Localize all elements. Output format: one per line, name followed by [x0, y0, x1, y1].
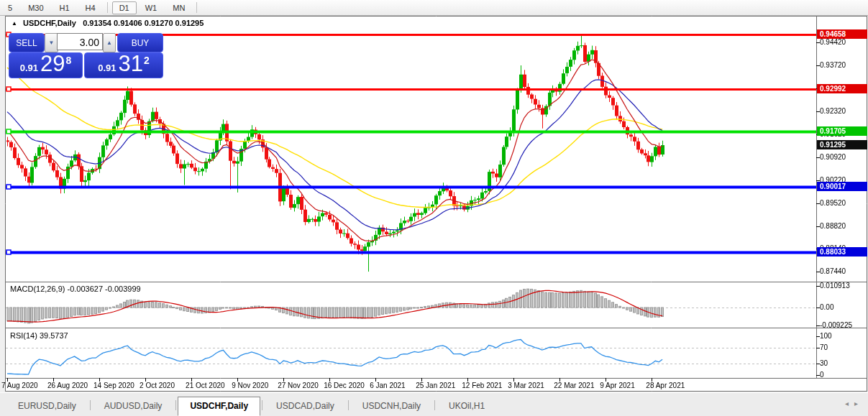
- timeframe-button-M30[interactable]: M30: [21, 1, 50, 14]
- rsi-indicator-label: RSI(14) 39.5737: [10, 331, 68, 340]
- price-axis-tick: 0.88820: [820, 222, 846, 230]
- date-axis-label: 25 Jan 2021: [416, 382, 455, 389]
- date-axis-label: 3 Mar 2021: [508, 382, 544, 389]
- macd-axis-tick: -0.009225: [820, 321, 852, 329]
- date-axis-label: 14 Sep 2020: [93, 382, 134, 389]
- sell-price-big: 29: [40, 53, 65, 75]
- timeframe-button-H4[interactable]: H4: [78, 1, 103, 14]
- trading-platform-window: { "toolbar": {"items": [ {"label":"5","a…: [0, 0, 868, 416]
- volume-input[interactable]: [57, 33, 103, 50]
- timeframe-button-W1[interactable]: W1: [138, 1, 165, 14]
- tab-separator: [348, 400, 349, 410]
- rsi-axis-tick: 70: [820, 343, 828, 351]
- timeframe-button-D1[interactable]: D1: [112, 1, 137, 14]
- date-axis-label: 27 Nov 2020: [278, 382, 319, 389]
- sell-price-sup: 8: [66, 55, 72, 66]
- sell-price-button[interactable]: 0.91 29 8: [9, 52, 83, 78]
- tab-usdchf-daily[interactable]: USDCHF,Daily: [178, 397, 260, 416]
- chart-title-ohlc: 0.91354 0.91406 0.91270 0.91295: [83, 19, 204, 27]
- date-axis-label: 2 Oct 2020: [140, 382, 175, 389]
- tab-separator: [434, 400, 435, 410]
- macd-axis-tick: 0.010913: [820, 282, 850, 290]
- tab-separator: [90, 400, 91, 410]
- date-axis-label: 28 Apr 2021: [646, 382, 685, 389]
- tab-ukoil-h1[interactable]: UKOil,H1: [437, 397, 497, 416]
- rsi-axis-tick: 100: [820, 332, 832, 340]
- macd-axis-tick: 0.00: [820, 303, 833, 311]
- buy-price-prefix: 0.91: [98, 63, 116, 73]
- tab-separator: [262, 400, 262, 410]
- chart-title-symbol: USDCHF,Daily: [23, 19, 76, 27]
- date-axis-label: 26 Aug 2020: [47, 382, 88, 389]
- price-axis-tick: 0.92320: [820, 107, 846, 115]
- date-axis-label: 12 Feb 2021: [462, 382, 502, 389]
- sell-button[interactable]: SELL: [9, 33, 45, 52]
- macd-indicator-label: MACD(12,26,9) -0.003627 -0.003999: [10, 285, 141, 293]
- price-badge-0.88033: 0.88033: [817, 247, 867, 256]
- chart-title: ▲ USDCHF,Daily 0.91354 0.91406 0.91270 0…: [12, 19, 204, 27]
- date-axis-label: 9 Apr 2021: [600, 382, 634, 389]
- tab-usdcad-daily[interactable]: USDCAD,Daily: [264, 397, 347, 416]
- buy-button[interactable]: BUY: [117, 33, 163, 52]
- price-axis-tick: 0.90920: [820, 153, 846, 161]
- buy-price-sup: 2: [144, 55, 150, 66]
- tab-scroll-left-icon[interactable]: ◂: [845, 399, 854, 407]
- chart-tab-bar: EURUSD,DailyAUDUSD,DailyUSDCHF,DailyUSDC…: [0, 392, 868, 416]
- toolbar-separator: [196, 2, 197, 13]
- timeframe-button-H1[interactable]: H1: [52, 1, 77, 14]
- tab-scroll-right-icon[interactable]: ▸: [854, 399, 864, 407]
- collapse-triangle-icon[interactable]: ▲: [12, 20, 17, 27]
- sell-price-prefix: 0.91: [20, 63, 38, 73]
- timeframe-button-5[interactable]: 5: [1, 1, 19, 14]
- buy-price-big: 31: [119, 53, 143, 75]
- tab-audusd-daily[interactable]: AUDUSD,Daily: [92, 397, 175, 416]
- price-axis-tick: 0.93720: [820, 61, 846, 69]
- price-axis-tick: 0.94420: [820, 38, 846, 46]
- timeframe-button-MN[interactable]: MN: [165, 1, 192, 14]
- price-axis-tick: 0.89520: [820, 199, 846, 207]
- price-badge-0.90017: 0.90017: [817, 182, 867, 191]
- date-axis-label: 7 Aug 2020: [1, 382, 38, 389]
- price-badge-0.94658: 0.94658: [817, 29, 867, 39]
- timeframe-toolbar: 5M30H1H4D1W1MN: [0, 0, 868, 16]
- date-axis-label: 16 Dec 2020: [324, 382, 365, 389]
- tab-usdcnh-daily[interactable]: USDCNH,Daily: [350, 397, 433, 416]
- volume-increase-button[interactable]: ▲: [103, 33, 116, 52]
- date-axis-label: 22 Mar 2021: [554, 382, 594, 389]
- price-axis-tick: 0.87440: [820, 267, 846, 275]
- price-badge-0.91295: 0.91295: [817, 140, 867, 149]
- buy-price-button[interactable]: 0.91 31 2: [84, 52, 163, 78]
- toolbar-separator: [107, 2, 108, 13]
- rsi-axis-tick: 0: [820, 371, 824, 379]
- price-badge-0.91705: 0.91705: [817, 126, 867, 136]
- date-axis-label: 6 Jan 2021: [370, 382, 406, 389]
- tab-eurusd-daily[interactable]: EURUSD,Daily: [6, 397, 88, 416]
- tab-scroll-arrows: ◂▸: [845, 399, 864, 407]
- rsi-axis-tick: 30: [820, 359, 828, 367]
- tab-separator: [175, 400, 176, 410]
- price-badge-0.92992: 0.92992: [817, 84, 867, 93]
- date-axis-label: 21 Oct 2020: [186, 382, 224, 389]
- date-axis-label: 9 Nov 2020: [232, 382, 268, 389]
